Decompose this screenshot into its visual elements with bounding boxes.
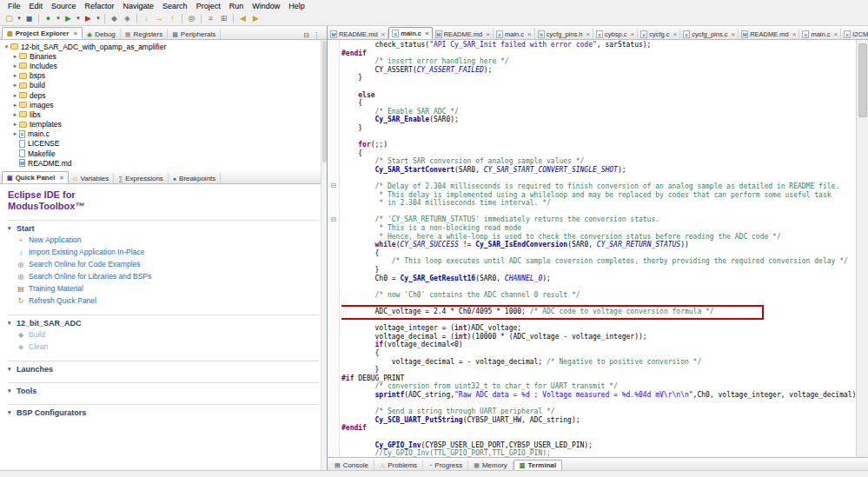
back-icon[interactable]: ◀ (236, 12, 249, 24)
expander-icon[interactable]: ▸ (11, 53, 19, 60)
view-tab-debug[interactable]: ◉Debug (83, 29, 121, 39)
close-icon[interactable]: × (732, 30, 736, 38)
menu-edit[interactable]: Edit (25, 2, 48, 10)
run-dropdown-icon[interactable]: ▾ (75, 12, 82, 24)
expander-icon[interactable]: ▸ (11, 102, 19, 109)
expander-icon[interactable]: ▸ (11, 121, 19, 128)
qp-section-header[interactable]: ▾Launches (8, 364, 319, 374)
console-tab-progress[interactable]: ◔Progress (423, 460, 468, 470)
step-return-icon[interactable]: ↑ (166, 12, 179, 24)
console-tab-memory[interactable]: ▦Memory (468, 460, 514, 470)
editor-scrollbar[interactable] (856, 40, 868, 457)
build-all-icon[interactable]: ◈ (121, 12, 134, 24)
editor-tab-cycfg-pins-h[interactable]: hcycfg_pins.h× (535, 29, 593, 39)
tree-item-build[interactable]: ▸build (0, 81, 327, 90)
view-tab-expressions[interactable]: ∑Expressions (114, 173, 169, 183)
view-menu-icon[interactable]: ⋮ (313, 31, 320, 39)
expander-icon[interactable]: ▾ (3, 43, 10, 50)
view-tab-project-explorer[interactable]: ▤Project Explorer× (2, 27, 83, 39)
qp-item-import-existing-application-in-place[interactable]: ↓Import Existing Application In-Place (8, 246, 319, 258)
menu-help[interactable]: Help (284, 2, 309, 10)
menu-source[interactable]: Source (47, 2, 81, 10)
tree-item-binaries[interactable]: ▸Binaries (0, 51, 327, 61)
menu-navigate[interactable]: Navigate (119, 2, 159, 10)
expander-icon[interactable]: ▸ (11, 82, 19, 89)
tree-item-images[interactable]: ▸images (0, 100, 327, 109)
external-tools-dropdown-icon[interactable]: ▾ (95, 12, 102, 24)
close-icon[interactable]: × (425, 30, 429, 37)
tree-item-project[interactable]: ▾12-bit_SAR_ADC_with_opamp_as_amplifier (0, 42, 327, 51)
left-panel-scrollbar[interactable] (321, 40, 327, 470)
tree-item-libs[interactable]: ▸libs (0, 109, 327, 119)
qp-item-training-material[interactable]: ▤Training Material (8, 282, 319, 295)
qp-section-header[interactable]: ▾BSP Configurators (8, 407, 319, 418)
console-tab-terminal[interactable]: ▥Terminal (514, 460, 562, 470)
close-icon[interactable]: × (381, 30, 386, 38)
menu-refactor[interactable]: Refactor (81, 2, 119, 10)
collapse-all-icon[interactable]: ⊟ (303, 31, 309, 39)
editor-tab-readme-md[interactable]: MREADME.md× (739, 29, 799, 39)
fold-marker[interactable]: ⊟ (329, 182, 337, 190)
build-icon[interactable]: ◆ (108, 12, 121, 24)
new-wizard-icon[interactable]: ▢ (3, 12, 16, 24)
view-tab-peripherals[interactable]: ▩Peripherals (168, 29, 221, 39)
console-tab-problems[interactable]: ⚠Problems (374, 460, 423, 470)
tree-item-main-c[interactable]: ▸cmain.c (0, 129, 327, 139)
expander-icon[interactable]: ▸ (11, 92, 19, 99)
left-panel-scrollbar-thumb[interactable] (322, 41, 327, 162)
editor-tab-cycfg-c[interactable]: ccycfg.c× (638, 29, 680, 39)
menu-file[interactable]: File (3, 2, 25, 10)
run-icon[interactable]: ▶ (62, 12, 75, 24)
expander-icon[interactable]: ▸ (11, 130, 19, 137)
editor-tab-readme-md[interactable]: MREADME.md× (433, 29, 494, 39)
close-icon[interactable]: × (73, 30, 77, 37)
qp-item-search-online-for-libraries-and-bsps[interactable]: ◎Search Online for Libraries and BSPs (8, 270, 319, 282)
close-icon[interactable]: × (527, 30, 532, 38)
project-tree[interactable]: ▾12-bit_SAR_ADC_with_opamp_as_amplifier▸… (0, 40, 327, 170)
close-icon[interactable]: × (834, 30, 838, 38)
close-icon[interactable]: × (631, 30, 635, 38)
mark-occurrences-icon[interactable]: ≡ (204, 12, 217, 24)
qp-item-refresh-quick-panel[interactable]: ↻Refresh Quick Panel (8, 295, 319, 307)
menu-search[interactable]: Search (158, 2, 192, 10)
annotation-icon[interactable]: ⊞ (217, 12, 230, 24)
editor-tab-cycfg-pins-c[interactable]: ccycfg_pins.c× (680, 29, 739, 39)
editor-tab-cybsp-c[interactable]: ccybsp.c× (593, 29, 638, 39)
expander-icon[interactable]: ▸ (11, 111, 19, 118)
code-area[interactable]: check_status("API Cy_SAR_Init failed wit… (341, 41, 855, 457)
view-tab-variables[interactable]: ◇Variables (69, 173, 114, 183)
external-tools-icon[interactable]: ▶ (82, 12, 95, 24)
menu-project[interactable]: Project (192, 2, 225, 10)
search-icon[interactable]: ◎ (185, 12, 198, 24)
console-tab-console[interactable]: ▤Console (329, 460, 374, 470)
fold-marker[interactable]: ⊟ (329, 216, 337, 224)
editor-tab-main-c[interactable]: cmain.c× (494, 29, 535, 39)
qp-item-search-online-for-code-examples[interactable]: ◎Search Online for Code Examples (8, 258, 319, 270)
close-icon[interactable]: × (486, 30, 490, 38)
debug-icon[interactable]: ● (42, 12, 55, 24)
close-icon[interactable]: × (586, 30, 590, 38)
tree-item-bsps[interactable]: ▸bsps (0, 71, 327, 81)
expander-icon[interactable]: ▸ (11, 63, 19, 70)
menu-run[interactable]: Run (225, 2, 248, 10)
tree-item-templates[interactable]: ▸templates (0, 120, 327, 129)
qp-section-header[interactable]: ▾12_bit_SAR_ADC (8, 318, 319, 328)
expander-icon[interactable]: ▸ (11, 72, 19, 79)
tree-item-makefile[interactable]: Makefile (0, 149, 327, 158)
tree-item-includes[interactable]: ▸Includes (0, 61, 327, 70)
tree-item-readme-md[interactable]: MREADME.md (0, 158, 327, 168)
view-tab-breakpoints[interactable]: ●Breakpoints (169, 173, 221, 183)
tree-item-license[interactable]: LICENSE (0, 139, 327, 149)
qp-section-header[interactable]: ▾Start (8, 223, 319, 234)
editor-scrollbar-thumb[interactable] (858, 43, 867, 117)
editor-tab-main-c[interactable]: cmain.c× (799, 29, 841, 39)
editor-tab-main-c[interactable]: cmain.c× (388, 27, 432, 39)
close-icon[interactable]: × (59, 174, 63, 182)
forward-icon[interactable]: ▶ (249, 12, 262, 24)
step-into-icon[interactable]: ↓ (140, 12, 153, 24)
debug-dropdown-icon[interactable]: ▾ (55, 12, 62, 24)
editor-tab-readme-md[interactable]: MREADME.md× (328, 29, 388, 39)
menu-window[interactable]: Window (248, 2, 284, 10)
close-icon[interactable]: × (673, 30, 678, 38)
qp-item-new-application[interactable]: +New Application (8, 234, 319, 246)
